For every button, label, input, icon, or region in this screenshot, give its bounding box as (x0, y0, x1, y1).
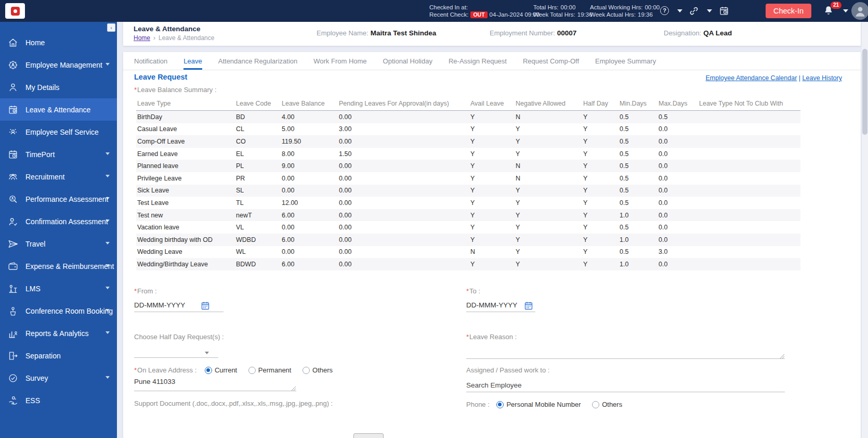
from-date-calendar-icon[interactable] (201, 301, 209, 310)
sidebar-item-timeport[interactable]: TimePort (0, 143, 117, 165)
help-icon[interactable]: ? (660, 6, 669, 15)
tab-re-assign-request[interactable]: Re-Assign Request (449, 52, 507, 70)
employee-self-service-icon (7, 126, 19, 138)
address-option-others[interactable]: Others (303, 366, 333, 374)
sidebar-item-expense-reimbursement[interactable]: Expense & Reimbursement (0, 255, 117, 277)
sidebar-item-confirmation-assessment[interactable]: Confirmation Assessment (0, 210, 117, 233)
to-date-calendar-icon[interactable] (524, 301, 533, 310)
cell-max-days: 0.0 (657, 221, 698, 234)
assigned-work-search-input[interactable] (466, 379, 785, 392)
sidebar-item-ess[interactable]: ESS (0, 389, 117, 411)
table-row: Comp-Off Leave CO 119.50 0.00 Y Y Y 0.5 … (136, 135, 800, 148)
cell-avail: Y (469, 209, 515, 222)
links-dropdown-caret-icon[interactable] (707, 9, 712, 12)
sidebar-item-my-details[interactable]: My Details (0, 76, 117, 98)
table-row: Planned leave PL 9.00 0.00 Y N Y 0.5 0.0 (136, 160, 800, 172)
cell-leave-type: Vacation leave (136, 221, 235, 234)
cell-leave-type: Test Leave (136, 197, 235, 209)
radio-current[interactable] (205, 367, 212, 374)
address-option-current[interactable]: Current (205, 366, 237, 374)
reports-analytics-icon (7, 328, 19, 339)
cell-negative: Y (515, 185, 582, 197)
cell-min-days: 1.0 (619, 209, 657, 222)
check-in-button[interactable]: Check-In (766, 4, 811, 18)
sidebar-item-employee-self-service[interactable]: Employee Self Service (0, 121, 117, 143)
radio-others[interactable] (303, 367, 310, 374)
cell-club-with (698, 234, 800, 246)
sidebar-collapse-button[interactable]: ‹ (107, 23, 115, 32)
cell-pending: 0.00 (338, 135, 469, 148)
leave-reason-textarea[interactable] (466, 343, 785, 359)
leave-attendance-icon (7, 104, 19, 115)
tab-request-comp-off[interactable]: Request Comp-Off (523, 52, 579, 70)
tab-optional-holiday[interactable]: Optional Holiday (383, 52, 432, 70)
sidebar-item-recruitment[interactable]: Recruitment (0, 165, 117, 188)
cell-leave-type: Sick Leave (136, 185, 235, 197)
cell-pending: 0.00 (338, 197, 469, 209)
sidebar-item-lms[interactable]: LMS (0, 277, 117, 300)
tab-work-from-home[interactable]: Work From Home (313, 52, 366, 70)
cell-max-days: 0.0 (657, 185, 698, 197)
cell-leave-code: newT (235, 209, 281, 222)
link-icon[interactable] (688, 5, 700, 17)
phone-option-others[interactable]: Others (592, 401, 622, 408)
from-date-input[interactable] (134, 299, 223, 312)
survey-icon (7, 372, 19, 384)
sidebar-item-travel[interactable]: Travel (0, 233, 117, 255)
profile-dropdown-caret-icon[interactable] (843, 9, 848, 12)
address-option-permanent[interactable]: Permanent (248, 366, 292, 374)
required-asterisk: * (134, 86, 137, 94)
radio-personal-mobile[interactable] (496, 401, 504, 408)
tab-attendance-regularization[interactable]: Attendance Regularization (218, 52, 298, 70)
app-logo[interactable] (5, 3, 25, 19)
scrollbar-thumb[interactable] (862, 49, 867, 135)
leave-balance-summary-label: *Leave Balance Summary : (134, 86, 217, 94)
col-min-days: Min.Days (619, 98, 657, 111)
tab-leave[interactable]: Leave (183, 52, 202, 70)
sidebar-item-survey[interactable]: Survey (0, 367, 117, 389)
file-upload-button[interactable] (353, 433, 384, 438)
expense-reimbursement-icon (7, 261, 19, 272)
radio-permanent[interactable] (248, 367, 256, 374)
sidebar-item-leave-attendance[interactable]: Leave & Attendance (0, 98, 117, 121)
table-header-row: Leave Type Leave Code Leave Balance Pend… (136, 98, 800, 111)
employee-management-icon (7, 59, 19, 71)
sidebar-item-home[interactable]: Home (0, 31, 117, 54)
chevron-down-icon (106, 376, 110, 379)
main-content: Leave & Attendance Home›Leave & Attendan… (117, 22, 868, 438)
half-day-dropdown[interactable] (134, 344, 218, 358)
cell-min-days: 0.5 (619, 111, 657, 123)
tab-employee-summary[interactable]: Employee Summary (595, 52, 656, 70)
cell-pending: 0.00 (338, 221, 469, 234)
sidebar-item-separation[interactable]: Separation (0, 344, 117, 367)
radio-phone-others[interactable] (592, 401, 599, 408)
phone-option-personal[interactable]: Personal Mobile Number (496, 401, 581, 408)
attendance-calendar-icon[interactable] (718, 5, 730, 17)
cell-avail: Y (469, 111, 515, 123)
cell-pending: 0.00 (338, 172, 469, 185)
cell-leave-type: Comp-Off Leave (136, 135, 235, 148)
cell-pending: 0.00 (338, 234, 469, 246)
sidebar-item-performance-assessment[interactable]: Performance Assessment (0, 188, 117, 210)
cell-avail: N (469, 246, 515, 259)
vertical-scrollbar[interactable] (862, 22, 868, 438)
col-half-day: Half Day (582, 98, 619, 111)
help-dropdown-caret-icon[interactable] (677, 9, 682, 12)
cell-avail: Y (469, 148, 515, 160)
sidebar-item-employee-management[interactable]: Employee Management (0, 54, 117, 76)
employee-attendance-calendar-link[interactable]: Employee Attendance Calendar (706, 74, 797, 82)
sidebar-nav: ‹ Home Employee Management My Details Le… (0, 22, 117, 438)
on-leave-address-textarea[interactable]: Pune 411033 (134, 378, 296, 391)
total-hrs-label: Total Hrs: (533, 4, 559, 10)
chevron-down-icon (106, 331, 110, 334)
user-avatar[interactable] (851, 2, 868, 20)
cell-max-days: 0.0 (657, 209, 698, 222)
cell-leave-type: Planned leave (136, 160, 235, 172)
actual-hours-block: Actual Working Hrs:00:00 Week Actual Hrs… (590, 4, 662, 18)
cell-leave-code: BD (235, 111, 281, 123)
sidebar-item-conference-room-booking[interactable]: Conference Room Booking (0, 300, 117, 322)
sidebar-item-reports-analytics[interactable]: Reports & Analytics (0, 322, 117, 344)
tab-notification[interactable]: Notification (134, 52, 167, 70)
breadcrumb-home-link[interactable]: Home (134, 34, 150, 42)
leave-history-link[interactable]: Leave History (803, 74, 842, 82)
